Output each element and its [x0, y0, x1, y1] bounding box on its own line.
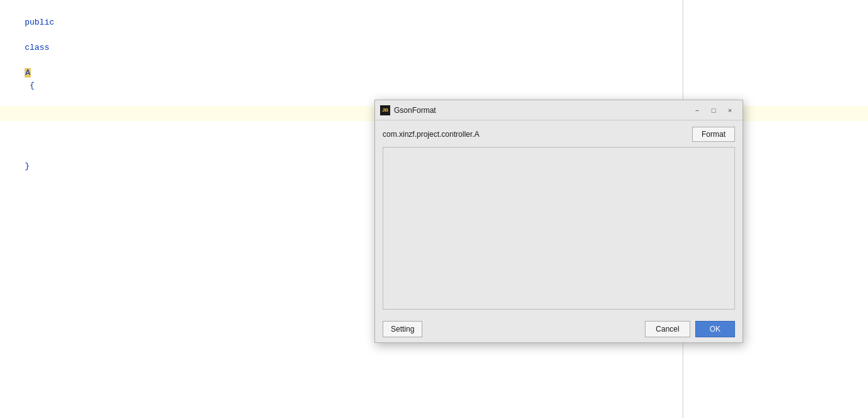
minimize-button[interactable]: − [690, 104, 705, 117]
footer-right-buttons: Cancel OK [645, 321, 735, 337]
json-input-container [383, 147, 735, 310]
maximize-button[interactable]: □ [706, 104, 721, 117]
dialog-top-row: com.xinzf.project.controller.A Format [383, 127, 735, 142]
keyword-class: class [25, 43, 49, 52]
class-name-highlight: A [25, 68, 31, 78]
format-button[interactable]: Format [692, 127, 735, 142]
dialog-body: com.xinzf.project.controller.A Format [375, 120, 743, 316]
dialog-title-text: GsonFormat [394, 106, 436, 115]
dialog-footer: Setting Cancel OK [375, 316, 743, 342]
dialog-title-left: JB GsonFormat [380, 105, 436, 115]
code-line-1: public class A { [0, 3, 868, 106]
cancel-button[interactable]: Cancel [645, 321, 690, 337]
dialog-controls: − □ × [690, 104, 738, 117]
jb-logo-icon: JB [380, 105, 390, 115]
gson-format-dialog: JB GsonFormat − □ × com.xinzf.project.co… [374, 100, 743, 343]
keyword-public: public [25, 18, 54, 27]
class-path-label: com.xinzf.project.controller.A [383, 130, 479, 139]
dialog-titlebar: JB GsonFormat − □ × [375, 100, 743, 120]
setting-button[interactable]: Setting [383, 321, 422, 337]
close-button[interactable]: × [722, 104, 738, 117]
json-input-textarea[interactable] [383, 148, 734, 309]
ok-button[interactable]: OK [695, 321, 735, 337]
